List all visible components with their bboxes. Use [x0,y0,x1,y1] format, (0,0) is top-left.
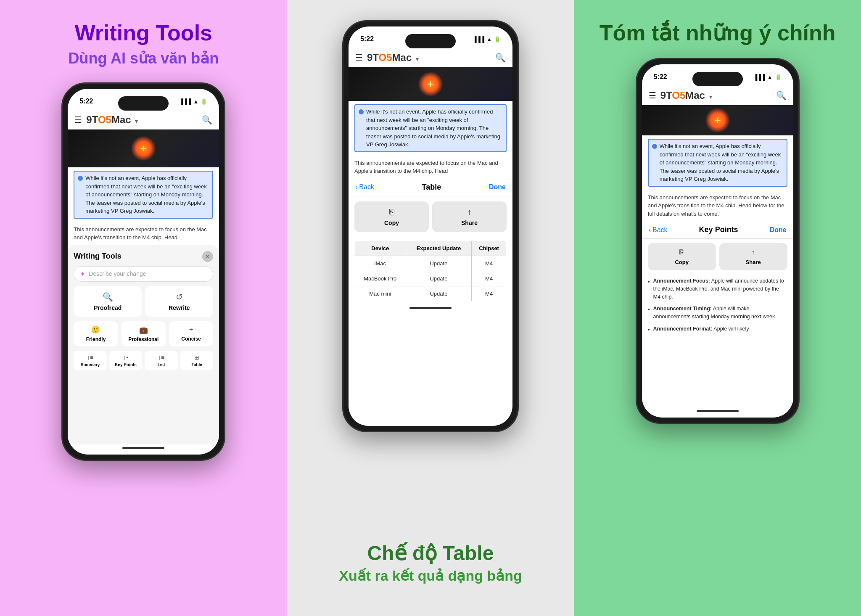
rewrite-icon: ↺ [176,292,183,302]
key-points-icon: ↓• [123,354,128,361]
table-cell: Update [406,271,472,286]
table-cell: M4 [472,286,507,301]
left-panel: Writing Tools Dùng AI sửa văn bản 5:22 ▐… [0,0,287,616]
chevron-left-icon-kp: ‹ [649,226,651,234]
share-label: Share [461,219,478,226]
table-icon: ⊞ [194,354,199,361]
data-table: Device Expected Update Chipset iMac Upda… [354,241,507,301]
table-row: MacBook Pro Update M4 [355,271,507,286]
table-done-button[interactable]: Done [489,183,506,191]
table-cell: iMac [355,256,406,271]
concise-icon: ÷ [189,325,193,334]
kp-done-button[interactable]: Done [770,226,787,234]
nav-bar-right: ☰ 9TO5Mac ▾ 🔍 [642,86,793,105]
kp-share-button[interactable]: ↑ Share [719,243,787,270]
proofread-button[interactable]: 🔍 Proofread [74,286,142,317]
table-copy-button[interactable]: ⎘ Copy [354,201,429,232]
home-indicator-left [122,447,164,449]
search-icon-left[interactable]: 🔍 [202,115,212,125]
kp-item-2: • Announcement Timing: Apple will make a… [648,305,787,321]
table-button[interactable]: ⊞ Table [180,351,214,370]
bullet-icon-2: • [648,305,650,321]
table-back-button[interactable]: ‹ Back [355,183,374,191]
summary-icon: ↓≡ [87,354,93,361]
kp-copy-button[interactable]: ⎘ Copy [648,243,716,270]
status-icons-middle: ▐▐▐ ▲ 🔋 [473,36,501,42]
summary-label: Summary [81,362,100,367]
wt-search-bar[interactable]: ✦ Describe your change [74,266,213,282]
table-cell: M4 [472,271,507,286]
bottom-bar-middle [349,305,512,315]
table-cell: Update [406,256,472,271]
table-nav-bar: ‹ Back Table Done [349,179,512,196]
nav-logo-middle[interactable]: 9TO5Mac ▾ [367,52,495,63]
hamburger-icon-middle[interactable]: ☰ [355,53,363,63]
search-icon-middle[interactable]: 🔍 [495,53,506,63]
phone-middle: 5:22 ▐▐▐ ▲ 🔋 ☰ 9TO5Mac ▾ 🔍 [342,20,519,432]
professional-label: Professional [128,336,158,342]
status-icons-right: ▐▐▐ ▲ 🔋 [753,74,782,80]
phone-right: 5:22 ▐▐▐ ▲ 🔋 ☰ 9TO5Mac ▾ 🔍 [636,58,800,424]
table-share-button[interactable]: ↑ Share [432,201,507,232]
table-actions: ⎘ Copy ↑ Share [349,196,512,237]
rewrite-button[interactable]: ↺ Rewrite [145,286,213,317]
middle-panel-title: Chế độ Table [367,541,494,565]
nav-bar-middle: ☰ 9TO5Mac ▾ 🔍 [349,48,512,67]
article-body-right: While it's not an event, Apple has offic… [642,135,793,190]
professional-button[interactable]: 💼 Professional [121,321,166,346]
phone-screen-middle: 5:22 ▐▐▐ ▲ 🔋 ☰ 9TO5Mac ▾ 🔍 [349,26,512,426]
chevron-left-icon: ‹ [355,183,357,191]
left-panel-subtitle: Dùng AI sửa văn bản [68,50,219,67]
rewrite-label: Rewrite [169,304,190,311]
wt-main-buttons: 🔍 Proofread ↺ Rewrite [74,286,213,317]
phone-screen-right: 5:22 ▐▐▐ ▲ 🔋 ☰ 9TO5Mac ▾ 🔍 [642,64,793,418]
friendly-icon: 🙂 [91,325,100,334]
professional-icon: 💼 [139,325,148,334]
hamburger-icon-right[interactable]: ☰ [649,90,656,100]
status-icons-left: ▐▐▐ ▲ 🔋 [180,98,208,105]
kp-copy-label: Copy [675,259,689,265]
table-cell: MacBook Pro [355,271,406,286]
nav-bar-left: ☰ 9TO5Mac ▾ 🔍 [68,111,219,130]
friendly-button[interactable]: 🙂 Friendly [74,321,118,346]
bullet-icon-3: • [648,325,650,334]
home-indicator-right [697,410,739,412]
kp-copy-icon: ⎘ [679,248,684,257]
wt-close-button[interactable]: ✕ [202,251,213,262]
concise-label: Concise [181,336,201,342]
article-glow-right [705,108,730,133]
key-points-label: Key Points [115,362,137,367]
key-points-button[interactable]: ↓• Key Points [109,351,143,370]
phone-screen-left: 5:22 ▐▐▐ ▲ 🔋 ☰ 9TO5Mac ▾ 🔍 [68,89,219,455]
friendly-label: Friendly [86,336,106,342]
article-image-middle [349,67,512,101]
search-icon-right[interactable]: 🔍 [776,90,787,100]
hamburger-icon-left[interactable]: ☰ [74,115,82,125]
article-text-middle: This announcements are expected to focus… [349,156,512,179]
article-text-right: This announcements are expected to focus… [642,190,793,222]
concise-button[interactable]: ÷ Concise [169,321,213,346]
copy-label: Copy [384,219,399,226]
nav-logo-right[interactable]: 9TO5Mac ▾ [660,90,776,101]
table-header-device: Device [355,241,406,256]
table-label: Table [191,362,202,367]
list-button[interactable]: ↓≡ List [145,351,178,370]
article-glow-left [131,136,156,161]
middle-bottom-text: Chế độ Table Xuất ra kết quả dạng bảng [339,533,522,603]
home-indicator-middle [409,307,452,309]
summary-button[interactable]: ↓≡ Summary [74,351,107,370]
table-cell: Update [406,286,472,301]
dynamic-island-middle [405,34,456,48]
phone-left: 5:22 ▐▐▐ ▲ 🔋 ☰ 9TO5Mac ▾ 🔍 [61,82,225,461]
article-glow-middle [418,71,443,97]
kp-actions: ⎘ Copy ↑ Share [642,239,793,275]
left-panel-title: Writing Tools [75,20,212,45]
article-body-middle: While it's not an event, Apple has offic… [349,101,512,156]
kp-item-1: • Announcement Focus: Apple will announc… [648,277,787,301]
kp-back-button[interactable]: ‹ Back [649,226,668,234]
nav-logo-left[interactable]: 9TO5Mac ▾ [86,114,202,126]
wt-search-placeholder: Describe your change [89,270,146,277]
wt-tone-buttons: 🙂 Friendly 💼 Professional ÷ Concise [74,321,213,346]
kp-content: • Announcement Focus: Apple will announc… [642,275,793,407]
table-header-chipset: Chipset [472,241,507,256]
